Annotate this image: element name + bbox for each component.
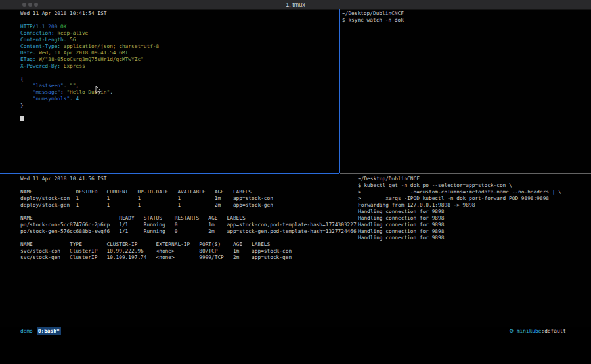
terminal-window: 1. tmux Wed 11 Apr 2018 10:41:54 IST HTT… — [0, 0, 591, 335]
table-row-line: svc/stock-con ClusterIP 10.99.222.96 <no… — [20, 248, 354, 254]
pane-border-vertical-bottom[interactable] — [355, 174, 355, 327]
json-key: "message" — [20, 89, 60, 95]
json-separator: : — [64, 83, 70, 89]
pane-border-horizontal-left[interactable] — [0, 173, 339, 174]
command-line: $ kubectl get -n dok po --selector=app=s… — [358, 182, 591, 189]
http-header-line: X-Powered-By: Express — [20, 63, 339, 70]
output-line: Handling connection for 9898 — [358, 209, 591, 215]
json-separator: : — [60, 89, 66, 95]
kube-icon: ⚙ — [509, 328, 514, 334]
pane-ksync[interactable]: ~/Desktop/DublinCNCF $ ksync watch -n do… — [342, 10, 591, 172]
timestamp-line: Wed 11 Apr 2018 10:41:56 IST — [20, 176, 354, 182]
http-header-line: Connection: keep-alive — [20, 30, 339, 37]
http-header-line: Content-Length: 56 — [20, 37, 339, 43]
titlebar[interactable]: 1. tmux — [0, 0, 591, 10]
header-name: Content-Type: — [20, 43, 60, 49]
table-row-line: po/stock-con-5cc874766c-2p6rp 1/1 Runnin… — [20, 222, 354, 228]
header-name: Connection: — [20, 30, 55, 36]
output-line: Handling connection for 9898 — [358, 222, 591, 228]
http-status-line: HTTP/1.1 200 OK — [20, 24, 339, 30]
json-value: 4 — [76, 96, 79, 102]
header-name: Date: — [20, 50, 35, 56]
cwd-line: ~/Desktop/DublinCNCF — [358, 176, 591, 182]
json-open-brace: { — [20, 76, 339, 83]
table-header-line: NAME DESIRED CURRENT UP-TO-DATE AVAILABL… — [20, 189, 354, 195]
json-key: "numsymbols" — [20, 96, 70, 102]
kube-namespace: :default — [541, 328, 566, 334]
prompt-line — [20, 115, 339, 122]
command-line: $ ksync watch -n dok — [342, 17, 591, 24]
table-row-line: deploy/stock-gen 1 1 1 1 2m app=stock-ge… — [20, 202, 354, 209]
json-value: "" — [70, 83, 76, 89]
pane-border-horizontal-right[interactable] — [340, 173, 591, 174]
blank-line — [20, 17, 339, 24]
timestamp-line: Wed 11 Apr 2018 10:41:54 IST — [20, 10, 339, 17]
output-line: Handling connection for 9898 — [358, 228, 591, 235]
json-comma: , — [76, 83, 79, 89]
blank-line — [20, 109, 339, 115]
status-right: ⚙ minikube:default — [509, 327, 566, 335]
tmux-status-bar: demo 0:bash* ⚙ minikube:default — [0, 327, 591, 335]
table-header-line: NAME TYPE CLUSTER-IP EXTERNAL-IP PORT(S)… — [20, 241, 354, 248]
http-header-line: Date: Wed, 11 Apr 2018 09:41:54 GMT — [20, 50, 339, 56]
mouse-pointer — [95, 86, 102, 95]
table-row-line: svc/stock-gen ClusterIP 10.109.197.74 <n… — [20, 254, 354, 261]
kube-cluster: minikube — [517, 328, 542, 334]
http-header-line: Content-Type: application/json; charset=… — [20, 43, 339, 50]
json-field-line: "lastseen": "", — [20, 83, 339, 89]
session-name: demo — [20, 327, 33, 335]
json-value: "Hello Dublin" — [66, 89, 110, 95]
table-header-line: NAME READY STATUS RESTARTS AGE LABELS — [20, 215, 354, 222]
status-left: demo 0:bash* — [20, 327, 61, 335]
json-field-line: "message": "Hello Dublin", — [20, 89, 339, 96]
output-line: Forwarding from 127.0.0.1:9898 -> 9898 — [358, 202, 591, 209]
json-field-line: "numsymbols": 4 — [20, 96, 339, 102]
header-value: 56 — [66, 37, 76, 43]
header-name: ETag: — [20, 56, 35, 62]
http-proto: HTTP/ — [20, 24, 35, 30]
header-value: Express — [60, 63, 85, 69]
cwd-line: ~/Desktop/DublinCNCF — [342, 10, 591, 17]
output-line: Handling connection for 9898 — [358, 215, 591, 222]
header-value: Wed, 11 Apr 2018 09:41:54 GMT — [35, 50, 128, 56]
blank-line — [20, 182, 354, 189]
header-value: application/json; charset=utf-8 — [60, 43, 159, 49]
json-close-brace: } — [20, 102, 339, 109]
header-value: W/"38-05coCsrg3mQ75sHr1d/qcMTwYZc" — [35, 56, 143, 62]
pane-port-forward[interactable]: ~/Desktop/DublinCNCF $ kubectl get -n do… — [358, 176, 591, 327]
window-title: 1. tmux — [0, 1, 591, 8]
output-line: Handling connection for 9898 — [358, 235, 591, 241]
json-separator: : — [70, 96, 76, 102]
blank-line — [20, 235, 354, 241]
http-header-line: ETag: W/"38-05coCsrg3mQ75sHr1d/qcMTwYZc" — [20, 56, 339, 63]
http-reason: OK — [57, 24, 66, 30]
http-version-status: 1.1 200 — [35, 24, 57, 30]
table-row-line: po/stock-gen-576cc688bb-swqf6 1/1 Runnin… — [20, 228, 354, 235]
blank-line — [20, 70, 339, 76]
json-comma: , — [110, 89, 113, 95]
pane-http-response[interactable]: Wed 11 Apr 2018 10:41:54 IST HTTP/1.1 20… — [20, 10, 339, 172]
pane-border-vertical-top[interactable] — [339, 9, 340, 173]
command-continuation-line: > xargs -IPOD kubectl -n dok port-forwar… — [358, 195, 591, 202]
window-tab-bash[interactable]: 0:bash* — [37, 327, 61, 335]
header-value: keep-alive — [55, 30, 89, 36]
header-name: Content-Length: — [20, 37, 66, 43]
blank-line — [20, 209, 354, 215]
header-name: X-Powered-By: — [20, 63, 60, 69]
terminal-cursor — [20, 116, 24, 121]
json-key: "lastseen" — [20, 83, 64, 89]
pane-kubectl-get[interactable]: Wed 11 Apr 2018 10:41:56 IST NAME DESIRE… — [20, 176, 354, 327]
command-continuation-line: > -o=custom-columns=:metadata.name --no-… — [358, 189, 591, 195]
table-row-line: deploy/stock-con 1 1 1 1 1m app=stock-co… — [20, 195, 354, 202]
